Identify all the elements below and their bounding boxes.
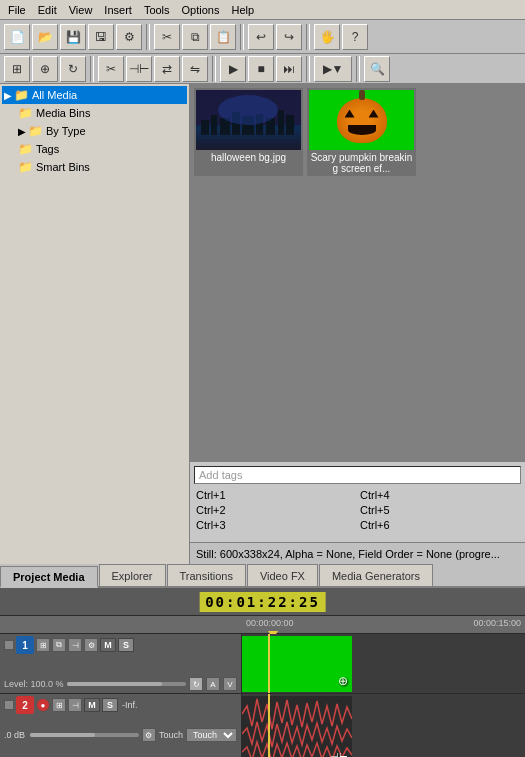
shortcut-ctrl5[interactable]: Ctrl+5 xyxy=(358,503,521,517)
track-2-mute[interactable]: M xyxy=(84,698,100,712)
tab-video-fx[interactable]: Video FX xyxy=(247,564,318,586)
track-2-clip[interactable]: ⊣⊢ xyxy=(242,696,352,757)
slip-tool[interactable]: ⇄ xyxy=(154,56,180,82)
slide-tool[interactable]: ⇋ xyxy=(182,56,208,82)
track-1-trim-icon[interactable]: ⊣ xyxy=(68,638,82,652)
track-1-content[interactable]: ⊕ xyxy=(242,634,525,693)
track-2-solo[interactable]: S xyxy=(102,698,118,712)
track-2-event-icon[interactable]: ⊞ xyxy=(52,698,66,712)
menu-view[interactable]: View xyxy=(63,2,99,18)
shortcut-ctrl3[interactable]: Ctrl+3 xyxy=(194,518,357,532)
track-1-icons: ⊞ ⧉ ⊣ ⚙ xyxy=(36,638,98,652)
track-2-playhead xyxy=(268,694,270,757)
toolbar-sep3 xyxy=(306,24,310,50)
trim-tool[interactable]: ⊣⊢ xyxy=(126,56,152,82)
track-2-fx-icon[interactable]: ⚙ xyxy=(142,728,156,742)
toolbar2-sep1 xyxy=(90,56,94,82)
auto-ripple-button[interactable]: ⊕ xyxy=(32,56,58,82)
shortcut-ctrl1[interactable]: Ctrl+1 xyxy=(194,488,357,502)
track-2-content[interactable]: ⊣⊢ xyxy=(242,694,525,757)
track-1-expand[interactable] xyxy=(4,640,14,650)
track-1-slider-row: Level: 100.0 % ↻ A V xyxy=(4,677,237,691)
tab-bar: Project Media Explorer Transitions Video… xyxy=(0,564,525,588)
tree-item-tags[interactable]: 📁 Tags xyxy=(2,140,187,158)
tree-label-all-media: All Media xyxy=(32,89,77,101)
tab-project-media[interactable]: Project Media xyxy=(0,566,98,588)
track-2-trim-icon[interactable]: ⊣ xyxy=(68,698,82,712)
menu-file[interactable]: File xyxy=(2,2,32,18)
properties-button[interactable]: ⚙ xyxy=(116,24,142,50)
media-item-halloween[interactable]: halloween bg.jpg xyxy=(194,88,303,176)
track-2-mute-icon[interactable]: ● xyxy=(36,698,50,712)
tree-item-smart-bins[interactable]: 📁 Smart Bins xyxy=(2,158,187,176)
menu-edit[interactable]: Edit xyxy=(32,2,63,18)
play-button[interactable]: ▶ xyxy=(220,56,246,82)
track-1-mute[interactable]: M xyxy=(100,638,116,652)
tab-media-generators[interactable]: Media Generators xyxy=(319,564,433,586)
track-1-clip[interactable]: ⊕ xyxy=(242,636,352,692)
track-2-vol-slider[interactable] xyxy=(30,733,139,737)
loop-region-button[interactable]: ↻ xyxy=(60,56,86,82)
shortcut-ctrl2[interactable]: Ctrl+2 xyxy=(194,503,357,517)
undo-button[interactable]: ↩ xyxy=(248,24,274,50)
open-button[interactable]: 📂 xyxy=(32,24,58,50)
new-button[interactable]: 📄 xyxy=(4,24,30,50)
svg-rect-12 xyxy=(196,140,301,150)
track-1-slider[interactable] xyxy=(67,682,186,686)
loop-play-button[interactable]: ⏭ xyxy=(276,56,302,82)
halloween-label: halloween bg.jpg xyxy=(211,152,286,163)
track-2-expand[interactable] xyxy=(4,700,14,710)
ruler-time-start: 00:00:00:00 xyxy=(246,618,294,628)
pumpkin-shape xyxy=(337,98,387,143)
pumpkin-bg-image xyxy=(309,90,414,150)
tags-input[interactable]: Add tags xyxy=(194,466,521,484)
menu-tools[interactable]: Tools xyxy=(138,2,176,18)
track-1-v-icon[interactable]: V xyxy=(223,677,237,691)
track-1-copy-icon[interactable]: ⧉ xyxy=(52,638,66,652)
shortcut-ctrl4[interactable]: Ctrl+4 xyxy=(358,488,521,502)
cut-icon[interactable]: ✂ xyxy=(154,24,180,50)
help-icon[interactable]: ? xyxy=(342,24,368,50)
pumpkin-label: Scary pumpkin breaking screen ef... xyxy=(309,152,414,174)
saveas-button[interactable]: 🖫 xyxy=(88,24,114,50)
track-2-db-label: .0 dB xyxy=(4,730,25,740)
tab-explorer[interactable]: Explorer xyxy=(99,564,166,586)
track-1-fx-icon[interactable]: ⚙ xyxy=(84,638,98,652)
track-1-a-icon[interactable]: A xyxy=(206,677,220,691)
tree-item-all-media[interactable]: ▶ 📁 All Media xyxy=(2,86,187,104)
timeline-area: 00:01:22:25 00:00:00:00 00:00:15:00 xyxy=(0,588,525,757)
shortcut-ctrl6[interactable]: Ctrl+6 xyxy=(358,518,521,532)
glove-icon[interactable]: 🖐 xyxy=(314,24,340,50)
track-2-mode-select[interactable]: Touch xyxy=(186,728,237,742)
tree-item-media-bins[interactable]: 📁 Media Bins xyxy=(2,104,187,122)
folder-icon-tags: 📁 xyxy=(18,142,33,156)
save-button[interactable]: 💾 xyxy=(60,24,86,50)
menu-options[interactable]: Options xyxy=(176,2,226,18)
track-1-event-icon[interactable]: ⊞ xyxy=(36,638,50,652)
track-2-clip-icon: ⊣⊢ xyxy=(330,751,348,757)
snap-button[interactable]: ⊞ xyxy=(4,56,30,82)
redo-button[interactable]: ↪ xyxy=(276,24,302,50)
tree-item-by-type[interactable]: ▶ 📁 By Type xyxy=(2,122,187,140)
preview-dropdown[interactable]: ▶▼ xyxy=(314,56,352,82)
track-1-solo[interactable]: S xyxy=(118,638,134,652)
search-icon[interactable]: 🔍 xyxy=(364,56,390,82)
status-text: Still: 600x338x24, Alpha = None, Field O… xyxy=(196,548,500,560)
svg-rect-3 xyxy=(211,115,217,135)
media-item-pumpkin[interactable]: Scary pumpkin breaking screen ef... xyxy=(307,88,416,176)
timeline-header: 00:01:22:25 xyxy=(0,588,525,616)
track-1-loop-icon[interactable]: ↻ xyxy=(189,677,203,691)
menu-insert[interactable]: Insert xyxy=(98,2,138,18)
tree-label-media-bins: Media Bins xyxy=(36,107,90,119)
paste-icon[interactable]: 📋 xyxy=(210,24,236,50)
track-2-controls: 2 ● ⊞ ⊣ M S -Inf. .0 dB ⚙ Touch To xyxy=(0,694,242,757)
clip-1-move-icon: ⊕ xyxy=(338,674,348,688)
toolbar-sep2 xyxy=(240,24,244,50)
stop-button[interactable]: ■ xyxy=(248,56,274,82)
cut-tool[interactable]: ✂ xyxy=(98,56,124,82)
timeline-ruler[interactable]: 00:00:00:00 00:00:15:00 xyxy=(0,616,525,634)
tab-transitions[interactable]: Transitions xyxy=(167,564,246,586)
menu-help[interactable]: Help xyxy=(225,2,260,18)
copy-icon[interactable]: ⧉ xyxy=(182,24,208,50)
timeline-tracks: 1 ⊞ ⧉ ⊣ ⚙ M S Level: 100.0 % ↻ xyxy=(0,634,525,757)
